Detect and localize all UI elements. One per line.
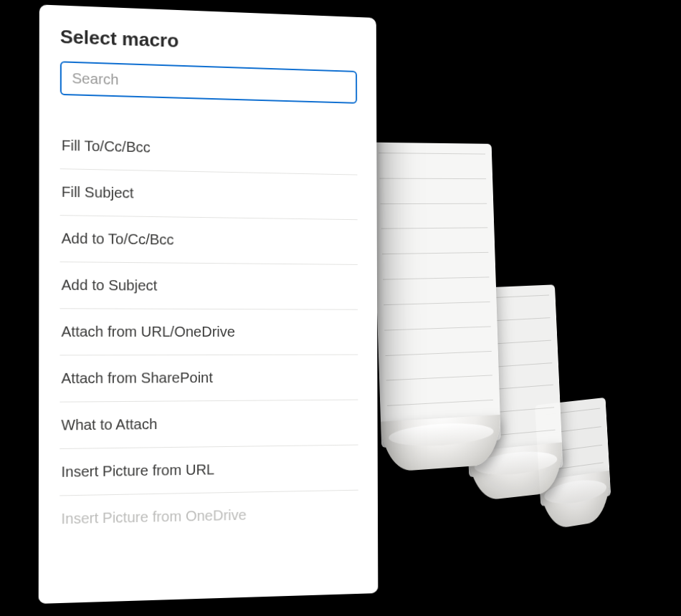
macro-label: Add to Subject — [62, 276, 158, 293]
macro-label: Insert Picture from URL — [61, 461, 214, 480]
macro-attach-from-sharepoint[interactable]: Attach from SharePoint — [59, 355, 358, 403]
macro-label: Add to To/Cc/Bcc — [62, 230, 174, 247]
macro-add-to-to-cc-bcc[interactable]: Add to To/Cc/Bcc — [60, 216, 358, 265]
macro-insert-picture-from-url[interactable]: Insert Picture from URL — [59, 446, 358, 496]
macro-fill-subject[interactable]: Fill Subject — [60, 169, 358, 220]
macro-label: What to Attach — [61, 416, 157, 433]
macro-label: Insert Picture from OneDrive — [61, 507, 247, 527]
search-input[interactable] — [60, 61, 357, 104]
macro-label: Fill To/Cc/Bcc — [62, 138, 151, 155]
macro-list: Fill To/Cc/Bcc Fill Subject Add to To/Cc… — [59, 122, 358, 542]
macro-label: Attach from SharePoint — [61, 370, 212, 386]
macro-label: Attach from URL/OneDrive — [62, 324, 235, 340]
macro-what-to-attach[interactable]: What to Attach — [59, 400, 358, 449]
macro-attach-from-url-onedrive[interactable]: Attach from URL/OneDrive — [59, 309, 358, 355]
macro-insert-picture-from-onedrive[interactable]: Insert Picture from OneDrive — [59, 491, 358, 542]
macro-fill-to-cc-bcc[interactable]: Fill To/Cc/Bcc — [60, 122, 358, 175]
decorative-scroll-1 — [371, 143, 501, 448]
panel-title: Select macro — [60, 26, 357, 59]
macro-add-to-subject[interactable]: Add to Subject — [59, 262, 358, 310]
macro-label: Fill Subject — [62, 184, 134, 201]
select-macro-panel: Select macro Fill To/Cc/Bcc Fill Subject… — [39, 4, 378, 604]
